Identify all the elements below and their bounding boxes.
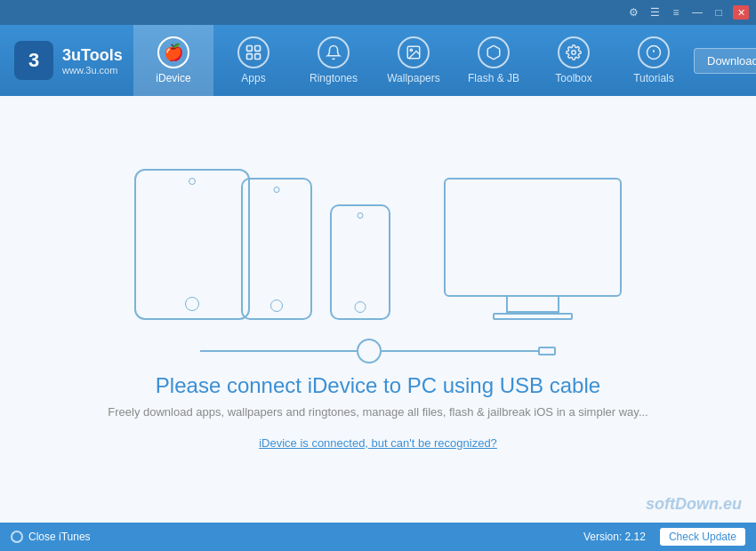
nav-idevice[interactable]: 🍎 iDevice [133, 25, 213, 96]
svg-rect-1 [255, 46, 261, 52]
check-update-button[interactable]: Check Update [660, 528, 745, 546]
nav-apps-label: Apps [241, 72, 265, 84]
nav-ringtones-label: Ringtones [310, 72, 358, 84]
statusbar: Close iTunes Version: 2.12 Check Update [0, 523, 756, 551]
logo-text: 3uTools www.3u.com [62, 46, 123, 76]
toolbox-icon [558, 36, 590, 68]
nav-toolbox[interactable]: Toolbox [534, 25, 614, 96]
svg-point-5 [410, 49, 412, 51]
nav-idevice-label: iDevice [156, 72, 190, 84]
nav-tutorials-label: Tutorials [633, 72, 674, 84]
downloads-button[interactable]: Downloads ▼ [694, 48, 756, 74]
minimize-icon[interactable]: — [690, 6, 704, 19]
tutorials-icon [638, 36, 670, 68]
nav-tutorials[interactable]: Tutorials [614, 25, 694, 96]
monitor-screen [444, 178, 622, 297]
svg-rect-2 [247, 54, 253, 60]
nav-toolbox-label: Toolbox [555, 72, 591, 84]
idevice-icon: 🍎 [157, 36, 189, 68]
connect-troubleshoot-link[interactable]: iDevice is connected, but can't be recog… [259, 436, 497, 450]
connect-subtitle: Freely download apps, wallpapers and rin… [108, 405, 647, 419]
nav-ringtones[interactable]: Ringtones [294, 25, 374, 96]
connect-title: Please connect iDevice to PC using USB c… [156, 373, 600, 398]
monitor-base [493, 313, 573, 320]
nav-wallpapers-label: Wallpapers [387, 72, 440, 84]
monitor-stand [506, 297, 559, 313]
svg-rect-3 [255, 54, 261, 60]
app-name: 3uTools [62, 46, 123, 65]
main-content: Please connect iDevice to PC using USB c… [0, 96, 756, 523]
nav-flash-jb[interactable]: Flash & JB [454, 25, 534, 96]
version-label: Version: 2.12 [583, 531, 646, 543]
nav: 🍎 iDevice Apps Ringtones [133, 25, 694, 96]
svg-rect-0 [247, 46, 253, 52]
network-icon[interactable]: ☰ [647, 6, 662, 19]
svg-point-6 [572, 51, 576, 55]
phone-tall-device [241, 178, 312, 320]
device-illustration [134, 169, 622, 320]
close-icon[interactable]: ✕ [733, 5, 749, 20]
usb-cable [200, 338, 556, 364]
cable-connector [357, 339, 382, 363]
cable-line-right [382, 350, 538, 352]
maximize-icon[interactable]: □ [712, 6, 726, 19]
nav-apps[interactable]: Apps [213, 25, 294, 96]
wifi-icon[interactable]: ≡ [669, 6, 683, 19]
ringtones-icon [318, 36, 350, 68]
wallpapers-icon [398, 36, 430, 68]
watermark: softDown.eu [646, 495, 742, 514]
logo-icon: 3 [14, 41, 53, 80]
close-itunes-button[interactable]: Close iTunes [11, 531, 91, 543]
app-url: www.3u.com [62, 65, 123, 76]
settings-icon[interactable]: ⚙ [626, 6, 640, 19]
apps-icon [237, 36, 269, 68]
itunes-circle-icon [11, 531, 23, 543]
header: 3 3uTools www.3u.com 🍎 iDevice Apps [0, 25, 756, 96]
flash-jb-icon [478, 36, 510, 68]
nav-wallpapers[interactable]: Wallpapers [374, 25, 454, 96]
logo-area: 3 3uTools www.3u.com [0, 41, 133, 80]
cable-line-left [200, 350, 357, 352]
titlebar: ⚙ ☰ ≡ — □ ✕ [0, 0, 756, 25]
nav-flash-jb-label: Flash & JB [468, 72, 519, 84]
downloads-label: Downloads [707, 54, 756, 68]
usb-connector [538, 347, 556, 355]
monitor-device [444, 178, 622, 320]
phone-small-device [330, 204, 390, 320]
close-itunes-label: Close iTunes [28, 531, 91, 543]
tablet-device [134, 169, 250, 320]
